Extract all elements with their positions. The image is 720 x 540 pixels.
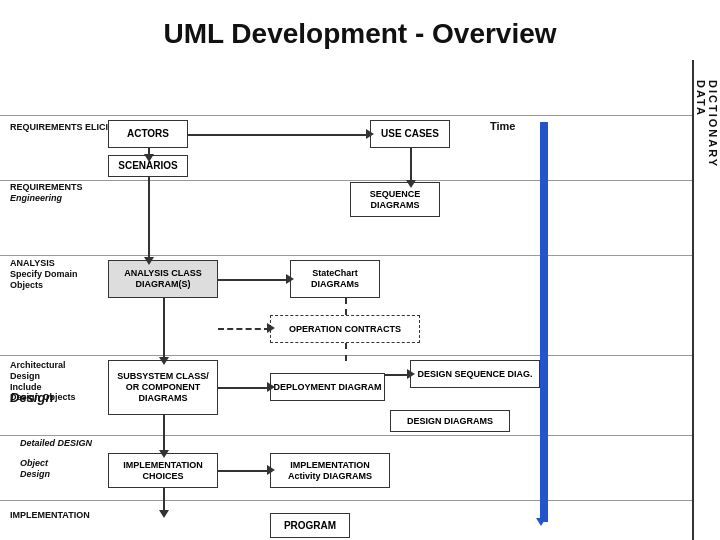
sequence-diagrams-box: SEQUENCE DIAGRAMS <box>350 182 440 217</box>
design-sequence-diag-box: DESIGN SEQUENCE DIAG. <box>410 360 540 388</box>
data-dictionary-sidebar: DATADICTIONARY <box>692 60 720 540</box>
subsystem-class-box: SUBSYSTEM CLASS/ OR COMPONENT DIAGRAMS <box>108 360 218 415</box>
design-label: Design <box>10 390 53 406</box>
statechart-diagrams-box: StateChart DIAGRAMs <box>290 260 380 298</box>
design-diagrams-box: DESIGN DIAGRAMS <box>390 410 510 432</box>
use-cases-box: USE CASES <box>370 120 450 148</box>
analysis-class-diagram-box: ANALYSIS CLASS DIAGRAM(S) <box>108 260 218 298</box>
detailed-design-label: Detailed DESIGN <box>20 438 92 449</box>
implementation-choices-box: IMPLEMENTATION CHOICES <box>108 453 218 488</box>
program-box: PROGRAM <box>270 513 350 538</box>
deployment-diagram-box: DEPLOYMENT DIAGRAM <box>270 373 385 401</box>
actors-box: ACTORS <box>108 120 188 148</box>
time-label: Time <box>490 120 515 133</box>
operation-contracts-box: OPERATION CONTRACTS <box>270 315 420 343</box>
page-title: UML Development - Overview <box>0 0 720 60</box>
requirements-engineering-label: REQUIREMENTSEngineering <box>10 182 83 204</box>
object-design-label: ObjectDesign <box>20 458 50 480</box>
implementation-label: IMPLEMENTATION <box>10 510 90 521</box>
implementation-activity-diagrams-box: IMPLEMENTATION Activity DIAGRAMS <box>270 453 390 488</box>
analysis-label: ANALYSISSpecify DomainObjects <box>10 258 78 290</box>
